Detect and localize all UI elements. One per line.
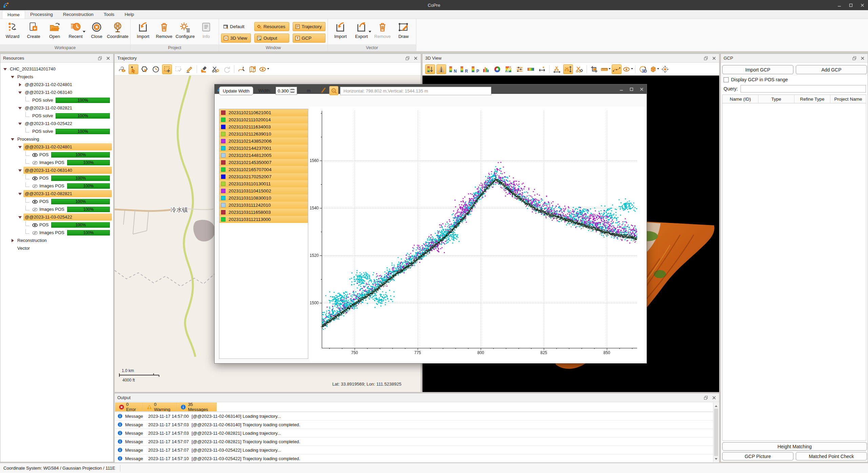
expander-closed-icon[interactable] bbox=[18, 83, 22, 87]
visibility-on-icon[interactable] bbox=[32, 176, 38, 180]
color-by-intensity-button[interactable] bbox=[436, 64, 446, 74]
add-gcp-button[interactable]: Add GCP bbox=[796, 65, 867, 74]
output-message-row[interactable]: Message2023-11-17 14:57:07[@@2023-11-02-… bbox=[115, 437, 713, 446]
window-toggle-3d-view[interactable]: 3D View bbox=[221, 34, 251, 43]
close-icon[interactable] bbox=[711, 395, 717, 401]
tree-row[interactable]: Processing bbox=[0, 135, 113, 143]
minimize-button[interactable] bbox=[833, 0, 845, 10]
dropdown-arrow-icon[interactable] bbox=[267, 68, 269, 70]
profile-curve-button[interactable] bbox=[612, 64, 622, 74]
colorbar-button[interactable] bbox=[526, 64, 536, 74]
render-mode-button[interactable] bbox=[649, 64, 659, 74]
undock-icon[interactable] bbox=[97, 55, 103, 61]
gcp-column-project-name[interactable]: Project Name bbox=[830, 95, 866, 103]
measure-tools-button[interactable] bbox=[600, 64, 610, 74]
visibility-off-icon[interactable] bbox=[32, 231, 38, 235]
close-button[interactable] bbox=[856, 0, 868, 10]
polygon-select-button[interactable] bbox=[140, 64, 150, 74]
tree-row[interactable]: Projects bbox=[0, 73, 113, 81]
select-cursor-button[interactable] bbox=[129, 64, 138, 74]
tree-row[interactable]: Images POS100% bbox=[0, 159, 113, 166]
tree-row[interactable]: Images POS100% bbox=[0, 205, 113, 213]
draw-button[interactable]: Draw bbox=[393, 20, 414, 39]
window-toggle-default[interactable]: Default bbox=[221, 22, 251, 31]
tree-row[interactable]: @@2023-11-02-082821 bbox=[0, 190, 113, 198]
expander-open-icon[interactable] bbox=[18, 122, 22, 126]
color-blend-button[interactable] bbox=[504, 64, 513, 74]
measure-button[interactable] bbox=[184, 64, 194, 74]
scroll-down-icon[interactable] bbox=[713, 457, 719, 462]
tree-row[interactable]: @@2023-11-03-025422 bbox=[0, 213, 113, 221]
tree-row[interactable]: POS solve100% bbox=[0, 96, 113, 104]
width-input[interactable] bbox=[276, 87, 290, 95]
tree-row[interactable]: POS solve100% bbox=[0, 112, 113, 120]
expander-open-icon[interactable] bbox=[18, 145, 22, 149]
tree-row[interactable]: POS100% bbox=[0, 151, 113, 159]
dialog-maximize-button[interactable] bbox=[626, 84, 636, 94]
trajectory-list-item[interactable]: 20231102145350007 bbox=[219, 159, 308, 166]
view-options-button[interactable] bbox=[623, 64, 633, 74]
crop-button[interactable] bbox=[589, 64, 599, 74]
window-toggle-gcp[interactable]: GCP bbox=[293, 34, 326, 43]
tree-row[interactable]: POS solve100% bbox=[0, 127, 113, 135]
tree-row[interactable]: Images POS100% bbox=[0, 182, 113, 190]
close-icon[interactable] bbox=[711, 55, 717, 61]
expander-open-icon[interactable] bbox=[18, 106, 22, 110]
trajectory-list-item[interactable]: 20231103111658003 bbox=[219, 209, 308, 216]
tree-row[interactable]: POS100% bbox=[0, 221, 113, 229]
window-toggle-trajectory[interactable]: Trajectory bbox=[293, 22, 326, 31]
scroll-up-icon[interactable] bbox=[713, 403, 719, 408]
dropdown-arrow-icon[interactable] bbox=[657, 68, 659, 70]
output-message-row[interactable]: Message2023-11-17 14:57:10[@@2023-11-03-… bbox=[115, 454, 713, 462]
trajectory-list-item[interactable]: 20231103110415002 bbox=[219, 187, 308, 194]
trajectory-list-item[interactable]: 20231103111242010 bbox=[219, 202, 308, 209]
remove-button[interactable]: Remove bbox=[154, 20, 175, 39]
visibility-off-icon[interactable] bbox=[32, 184, 38, 188]
color-by-return-button[interactable]: R bbox=[459, 64, 469, 74]
maximize-button[interactable] bbox=[845, 0, 856, 10]
trajectory-list-item[interactable]: 20231102111020014 bbox=[219, 116, 308, 123]
clip-scissors-button[interactable] bbox=[211, 64, 220, 74]
color-by-normal-button[interactable]: N bbox=[448, 64, 457, 74]
gcp-table-body[interactable] bbox=[722, 103, 866, 441]
expander-open-icon[interactable] bbox=[11, 137, 15, 141]
tree-row[interactable]: CHC_20231114201740 bbox=[0, 65, 113, 73]
undock-icon[interactable] bbox=[405, 55, 411, 61]
color-by-point-source-button[interactable]: P bbox=[470, 64, 480, 74]
tree-row[interactable]: @@2023-11-02-024801 bbox=[0, 81, 113, 88]
output-scrollbar[interactable] bbox=[713, 403, 719, 462]
trajectory-list-item[interactable]: 20231102165707004 bbox=[219, 166, 308, 173]
rotate-3d-button[interactable]: 3D bbox=[638, 64, 648, 74]
tree-row[interactable]: @@2023-11-02-063140 bbox=[0, 166, 113, 174]
import-button[interactable]: Import bbox=[330, 20, 351, 39]
update-width-button[interactable]: Update Width bbox=[219, 86, 253, 95]
tree-row[interactable]: Reconstruction bbox=[0, 236, 113, 244]
expander-closed-icon[interactable] bbox=[11, 239, 15, 243]
create-button[interactable]: Create bbox=[23, 20, 44, 39]
basemap-button[interactable] bbox=[248, 64, 258, 74]
tab-help[interactable]: Help bbox=[119, 10, 139, 19]
undock-icon[interactable] bbox=[703, 55, 709, 61]
query-input[interactable] bbox=[741, 85, 866, 92]
close-icon[interactable] bbox=[413, 55, 419, 61]
tab-processing[interactable]: Processing bbox=[25, 10, 58, 19]
tree-row[interactable]: Vector bbox=[0, 244, 113, 252]
histogram-button[interactable] bbox=[481, 64, 491, 74]
paint-button[interactable] bbox=[199, 64, 209, 74]
coordinate-button[interactable]: Coordinate bbox=[107, 20, 128, 39]
visibility-on-icon[interactable] bbox=[32, 200, 38, 204]
display-options-button[interactable] bbox=[259, 64, 269, 74]
output-message-row[interactable]: Message2023-11-17 14:57:03[@@2023-11-02-… bbox=[115, 420, 713, 429]
gcp-column-refine-type[interactable]: Refine Type bbox=[794, 95, 830, 103]
rectangle-select-button[interactable] bbox=[162, 64, 172, 74]
gcp-column-name-id-[interactable]: Name (ID) bbox=[723, 95, 758, 103]
display-settings-button[interactable] bbox=[515, 64, 525, 74]
export-button[interactable]: Export bbox=[351, 20, 372, 39]
window-toggle-resources[interactable]: Resources bbox=[254, 22, 289, 31]
profile-plot[interactable] bbox=[310, 107, 645, 362]
undock-icon[interactable] bbox=[703, 395, 709, 401]
recent-button[interactable]: Recent bbox=[65, 20, 86, 39]
tree-row[interactable]: @@2023-11-02-024801 bbox=[0, 143, 113, 151]
visibility-on-icon[interactable] bbox=[32, 223, 38, 227]
gcp-picture-button[interactable]: GCP Picture bbox=[722, 452, 793, 460]
